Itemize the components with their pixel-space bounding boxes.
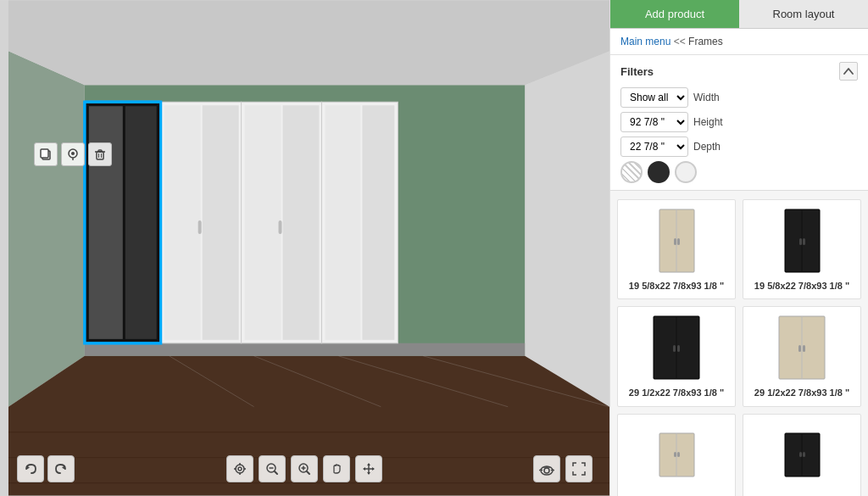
width-filter-row: Show all Width <box>620 87 858 108</box>
product-image-6 <box>750 421 854 489</box>
svg-marker-56 <box>367 463 370 465</box>
svg-rect-21 <box>245 105 281 340</box>
product-image-5 <box>625 421 728 489</box>
camera-button[interactable] <box>533 455 560 482</box>
product-item-6[interactable] <box>743 414 861 496</box>
svg-rect-19 <box>198 220 202 234</box>
svg-line-53 <box>307 471 309 474</box>
product-item-5[interactable] <box>617 414 736 496</box>
product-name-2: 19 5/8x22 7/8x93 1/8 " <box>750 280 854 292</box>
view-controls-group <box>533 455 593 482</box>
product-image-2 <box>750 207 854 275</box>
svg-rect-85 <box>799 452 802 457</box>
product-item-2[interactable]: 19 5/8x22 7/8x93 1/8 " <box>743 199 861 299</box>
svg-rect-70 <box>803 238 805 245</box>
breadcrumb: Main menu << Frames <box>610 29 868 55</box>
copy-button[interactable] <box>34 142 58 166</box>
expand-icon <box>572 462 586 476</box>
color-swatch-dark[interactable] <box>648 161 670 183</box>
scene-canvas <box>0 0 609 496</box>
trash-icon <box>93 148 107 161</box>
svg-rect-30 <box>41 149 48 158</box>
cabinet-svg-5 <box>658 432 696 478</box>
filters-header: Filters <box>620 62 858 81</box>
copy-icon <box>39 148 53 161</box>
height-filter-row: 92 7/8 " Height <box>620 112 858 132</box>
svg-line-49 <box>275 471 277 474</box>
color-options <box>620 161 858 183</box>
cabinet-svg-2 <box>783 208 821 274</box>
products-container: 19 5/8x22 7/8x93 1/8 " 19 5/8x22 7/8x93 … <box>610 191 868 496</box>
svg-rect-66 <box>677 238 680 245</box>
redo-icon <box>54 462 68 476</box>
target-button[interactable] <box>226 455 253 482</box>
svg-point-42 <box>238 467 242 471</box>
tab-add-product[interactable]: Add product <box>610 0 739 28</box>
hand-tool-button[interactable] <box>323 455 350 482</box>
svg-rect-78 <box>803 345 805 352</box>
svg-rect-14 <box>89 106 123 339</box>
color-swatch-light[interactable] <box>675 161 697 183</box>
svg-rect-86 <box>803 452 805 457</box>
depth-label: Depth <box>693 141 721 153</box>
color-swatch-all[interactable] <box>620 161 643 183</box>
viewport-3d <box>0 0 609 496</box>
expand-button[interactable] <box>565 455 593 482</box>
zoom-out-button[interactable] <box>259 455 286 482</box>
svg-rect-18 <box>203 105 239 340</box>
product-name-3: 29 1/2x22 7/8x93 1/8 " <box>625 387 728 398</box>
depth-filter-row: 22 7/8 " Depth <box>620 137 858 157</box>
bottom-toolbar <box>0 455 609 482</box>
svg-rect-36 <box>98 150 102 152</box>
zoom-in-button[interactable] <box>291 455 318 482</box>
cabinet-svg-6 <box>783 432 821 478</box>
width-filter-select[interactable]: Show all <box>620 87 688 108</box>
height-filter-select[interactable]: 92 7/8 " <box>620 112 688 132</box>
cabinet-svg-4 <box>777 315 826 381</box>
product-item-4[interactable]: 29 1/2x22 7/8x93 1/8 " <box>743 306 861 406</box>
product-item-1[interactable]: 19 5/8x22 7/8x93 1/8 " <box>617 199 736 299</box>
svg-rect-77 <box>798 345 801 352</box>
svg-rect-26 <box>362 105 394 340</box>
svg-rect-25 <box>325 105 360 340</box>
svg-marker-58 <box>363 467 365 471</box>
svg-rect-69 <box>799 238 802 245</box>
filters-toggle-button[interactable] <box>839 62 858 81</box>
3d-scene-svg <box>0 0 609 496</box>
tabs-container: Add product Room layout <box>610 0 868 29</box>
undo-icon <box>24 462 37 476</box>
redo-button[interactable] <box>47 455 75 482</box>
filters-title: Filters <box>620 65 654 78</box>
svg-marker-2 <box>8 51 85 406</box>
breadcrumb-main-menu[interactable]: Main menu <box>620 36 670 47</box>
breadcrumb-current: Frames <box>688 36 723 47</box>
move-icon <box>362 462 376 476</box>
svg-rect-73 <box>673 345 676 352</box>
product-item-3[interactable]: 29 1/2x22 7/8x93 1/8 " <box>617 306 736 406</box>
svg-rect-82 <box>677 452 680 457</box>
cabinet-svg-3 <box>652 315 701 381</box>
product-image-1 <box>625 207 728 275</box>
svg-point-41 <box>236 465 244 473</box>
product-name-4: 29 1/2x22 7/8x93 1/8 " <box>750 387 854 398</box>
cabinet-svg-1 <box>658 208 696 274</box>
breadcrumb-separator: << <box>674 36 688 47</box>
height-label: Height <box>693 116 723 128</box>
product-name-1: 19 5/8x22 7/8x93 1/8 " <box>625 280 728 292</box>
target-icon <box>233 462 247 476</box>
svg-point-61 <box>544 468 549 473</box>
viewport-toolbar <box>34 142 112 166</box>
svg-rect-15 <box>125 106 157 339</box>
undo-redo-group <box>17 455 75 482</box>
tab-room-layout[interactable]: Room layout <box>739 0 868 28</box>
depth-filter-select[interactable]: 22 7/8 " <box>620 137 688 157</box>
pin-button[interactable] <box>61 142 85 166</box>
right-panel: Add product Room layout Main menu << Fra… <box>609 0 868 496</box>
svg-marker-59 <box>372 467 375 471</box>
svg-rect-22 <box>283 105 320 340</box>
filters-section: Filters Show all Width 92 7/8 " Height 2… <box>610 55 868 191</box>
move-tool-button[interactable] <box>355 455 382 482</box>
delete-button[interactable] <box>88 142 112 166</box>
undo-button[interactable] <box>17 455 44 482</box>
svg-rect-34 <box>97 152 103 159</box>
